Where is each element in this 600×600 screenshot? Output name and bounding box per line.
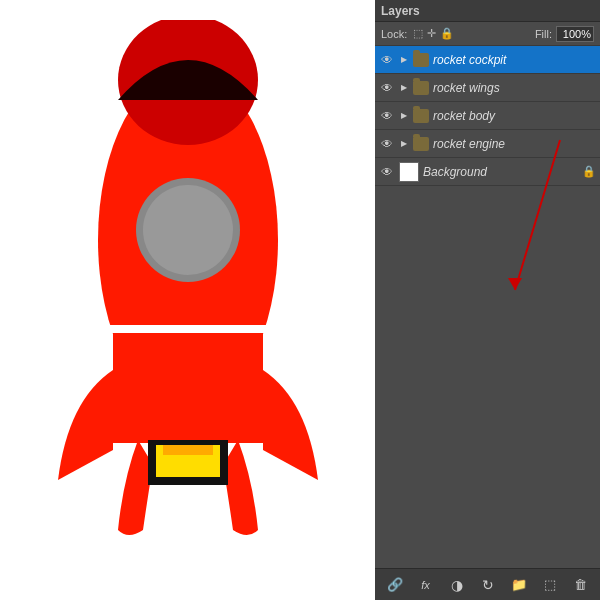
rocket-svg: [48, 20, 328, 580]
expand-icon-cockpit[interactable]: ▶: [399, 55, 409, 65]
fx-label: fx: [421, 579, 430, 591]
rotate-icon: ↻: [482, 577, 494, 593]
expand-icon-wings[interactable]: ▶: [399, 83, 409, 93]
visibility-icon-body[interactable]: 👁: [379, 108, 395, 124]
fill-section: Fill:: [535, 26, 594, 42]
layer-item-rocket-engine[interactable]: 👁 ▶ rocket engine: [375, 130, 600, 158]
visibility-icon-background[interactable]: 👁: [379, 164, 395, 180]
svg-point-3: [143, 185, 233, 275]
new-group-button[interactable]: 📁: [508, 574, 530, 596]
panel-title: Layers: [381, 4, 420, 18]
new-layer-style-button[interactable]: ◑: [446, 574, 468, 596]
lock-position-icon[interactable]: ✛: [427, 27, 436, 40]
folder-icon-body: [413, 109, 429, 123]
layer-item-rocket-cockpit[interactable]: 👁 ▶ rocket cockpit: [375, 46, 600, 74]
layer-name-cockpit: rocket cockpit: [433, 53, 596, 67]
layer-item-background[interactable]: 👁 Background 🔒: [375, 158, 600, 186]
layer-item-rocket-body[interactable]: 👁 ▶ rocket body: [375, 102, 600, 130]
layer-name-engine: rocket engine: [433, 137, 596, 151]
lock-fill-row: Lock: ⬚ ✛ 🔒 Fill:: [375, 22, 600, 46]
folder-icon-cockpit: [413, 53, 429, 67]
fill-input[interactable]: [556, 26, 594, 42]
fx-button[interactable]: fx: [415, 574, 437, 596]
lock-background-icon: 🔒: [582, 165, 596, 178]
lock-icons: ⬚ ✛ 🔒: [413, 27, 454, 40]
layers-panel: Layers Lock: ⬚ ✛ 🔒 Fill: 👁 ▶ rocket cock…: [375, 0, 600, 600]
expand-icon-engine[interactable]: ▶: [399, 139, 409, 149]
folder-icon-engine: [413, 137, 429, 151]
trash-icon: 🗑: [574, 577, 587, 592]
link-icon: 🔗: [387, 577, 403, 592]
new-adjustment-button[interactable]: ↻: [477, 574, 499, 596]
layer-thumbnail-background: [399, 162, 419, 182]
canvas-area: [0, 0, 375, 600]
folder-icon-wings: [413, 81, 429, 95]
layer-name-background: Background: [423, 165, 578, 179]
layers-panel-header: Layers: [375, 0, 600, 22]
delete-layer-button[interactable]: 🗑: [570, 574, 592, 596]
layers-list: 👁 ▶ rocket cockpit 👁 ▶ rocket wings 👁 ▶ …: [375, 46, 600, 568]
visibility-icon-wings[interactable]: 👁: [379, 80, 395, 96]
visibility-icon-engine[interactable]: 👁: [379, 136, 395, 152]
layer-name-wings: rocket wings: [433, 81, 596, 95]
group-icon: 📁: [511, 577, 527, 592]
layer-name-body: rocket body: [433, 109, 596, 123]
lock-all-icon[interactable]: 🔒: [440, 27, 454, 40]
circle-icon: ◑: [451, 577, 463, 593]
layer-item-rocket-wings[interactable]: 👁 ▶ rocket wings: [375, 74, 600, 102]
svg-rect-4: [98, 325, 278, 333]
new-layer-button[interactable]: ⬚: [539, 574, 561, 596]
lock-transparent-icon[interactable]: ⬚: [413, 27, 423, 40]
svg-rect-5: [113, 333, 263, 443]
expand-icon-body[interactable]: ▶: [399, 111, 409, 121]
svg-rect-8: [163, 445, 213, 455]
link-button[interactable]: 🔗: [384, 574, 406, 596]
new-layer-icon: ⬚: [544, 577, 556, 592]
lock-label: Lock:: [381, 28, 407, 40]
fill-label: Fill:: [535, 28, 552, 40]
layers-toolbar: 🔗 fx ◑ ↻ 📁 ⬚ 🗑: [375, 568, 600, 600]
visibility-icon-cockpit[interactable]: 👁: [379, 52, 395, 68]
